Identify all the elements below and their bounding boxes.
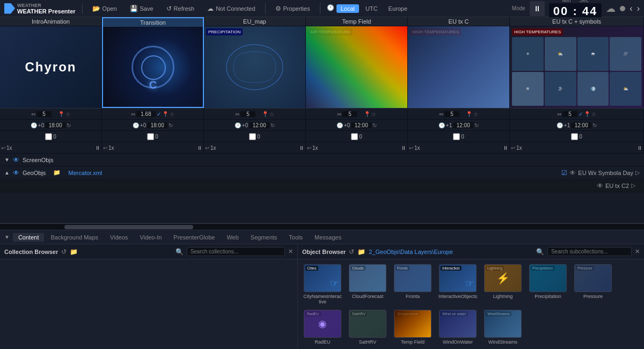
refresh-button[interactable]: ↺ Refresh — [163, 4, 198, 13]
intro-value[interactable] — [36, 111, 52, 117]
sync-icon-2[interactable]: ↻ — [169, 122, 173, 128]
star-icon-2[interactable]: ☆ — [170, 111, 174, 117]
object-item-radeu[interactable]: RadEU ◉ RadEU — [301, 308, 344, 346]
save-button[interactable]: 💾 Save — [127, 4, 157, 13]
pin-icon-1[interactable]: 📍 — [58, 111, 64, 117]
track-eye-wxsym[interactable]: 👁 — [569, 169, 576, 177]
sync-icon-1[interactable]: ↻ — [67, 122, 71, 128]
horizontal-scrollbar[interactable] — [0, 223, 644, 230]
track-eye-eutxc2[interactable]: 👁 — [597, 182, 603, 190]
tab-local[interactable]: Local — [336, 4, 359, 13]
object-item-cities[interactable]: Cities ☞ CityNamesInteractive — [301, 263, 344, 306]
pin-icon-2[interactable]: 📍 — [162, 111, 169, 117]
temp-check[interactable] — [351, 133, 358, 140]
track-geoobjs[interactable]: ▲ 👁 GeoObjs 📁 Mercator.xml ☑ 👁 EU Wx Sym… — [0, 166, 644, 179]
collection-folder-btn[interactable]: 📁 — [70, 248, 78, 256]
tab-video-in[interactable]: Video-In — [135, 233, 167, 242]
eumap-value[interactable] — [240, 111, 255, 117]
repeat-icon-6[interactable]: ↩ — [511, 145, 515, 151]
temp-value[interactable] — [342, 111, 357, 117]
tab-europe[interactable]: Europe — [384, 4, 412, 13]
tab-videos[interactable]: Videos — [105, 233, 133, 242]
collection-close-btn[interactable]: ✕ — [288, 248, 293, 255]
object-item-tempfield[interactable]: Temperature Temp Field — [391, 308, 434, 346]
tab-messages[interactable]: Messages — [309, 233, 347, 242]
scene-eutxc[interactable]: EU tx C HIGH TEMPERATURES — [408, 17, 510, 108]
sync-icon-5[interactable]: ↻ — [474, 122, 479, 128]
pin-icon-3[interactable]: 📍 — [262, 111, 268, 117]
pause-icon-1[interactable]: ⏸ — [95, 145, 100, 151]
tab-tools[interactable]: Tools — [283, 233, 308, 242]
object-close-btn[interactable]: ✕ — [635, 248, 640, 255]
not-connected-button[interactable]: ☁ Not Connected — [204, 4, 258, 13]
properties-button[interactable]: ⚙ Properties — [272, 4, 313, 13]
scroll-thumb[interactable] — [64, 225, 193, 229]
intro-time[interactable] — [45, 122, 65, 128]
pin-icon-5[interactable]: 📍 — [466, 111, 472, 117]
tab-utc[interactable]: UTC — [361, 4, 382, 13]
trans-value[interactable] — [136, 111, 156, 117]
track-check-wxsym[interactable]: ☑ — [561, 169, 567, 177]
tab-presenter-globe[interactable]: PresenterGlobe — [168, 233, 220, 242]
track-screenobjs[interactable]: ▼ 👁 ScreenObjs — [0, 154, 644, 166]
temp-time[interactable] — [351, 122, 371, 128]
tab-background-maps[interactable]: Background Maps — [45, 233, 104, 242]
tab-web[interactable]: Web — [221, 233, 244, 242]
object-item-windonwater[interactable]: Wind on water WindOnWater — [436, 308, 479, 346]
eye-icon-geoobjs[interactable]: 👁 — [13, 169, 19, 177]
tab-segments[interactable]: Segments — [245, 233, 283, 242]
star-icon-6[interactable]: ☆ — [591, 111, 596, 117]
object-search-input[interactable] — [547, 247, 632, 256]
eutxc-time[interactable] — [453, 122, 473, 128]
pause-icon-6[interactable]: ⏸ — [637, 145, 642, 151]
repeat-icon-5[interactable]: ↩ — [409, 145, 413, 151]
tab-content[interactable]: Content — [13, 233, 45, 242]
track-expand-eutxc2[interactable]: ▷ — [631, 182, 635, 189]
pause-icon-4[interactable]: ⏸ — [401, 145, 406, 151]
collection-refresh-btn[interactable]: ↺ — [61, 248, 67, 256]
next-arrow[interactable]: › — [637, 4, 640, 13]
scene-eutxsym[interactable]: EU tx C + symbols HIGH TEMPERATURES ☀ ⛅ … — [510, 17, 644, 108]
repeat-icon-1[interactable]: ↩ — [1, 145, 5, 151]
pause-icon-3[interactable]: ⏸ — [299, 145, 304, 151]
object-item-cloud[interactable]: Clouds CloudForecast — [346, 263, 389, 306]
star-icon-3[interactable]: ☆ — [269, 111, 274, 117]
eumap-time[interactable] — [249, 122, 269, 128]
collection-search-input[interactable] — [187, 247, 285, 256]
object-item-precipitation[interactable]: Precipitation Precipitation — [526, 263, 569, 306]
eye-icon-screenobjs[interactable]: 👁 — [13, 156, 19, 164]
scene-tempfield[interactable]: Temp Field AIR TEMPERATURE — [306, 17, 408, 108]
object-item-lightning[interactable]: Lightning ⚡ Lightning — [481, 263, 524, 306]
eutxc-value[interactable] — [444, 111, 459, 117]
play-pause-button[interactable]: ⏸ — [530, 1, 545, 16]
eutxc-check[interactable] — [453, 133, 460, 140]
prev-arrow[interactable]: ‹ — [630, 4, 632, 13]
star-icon-5[interactable]: ☆ — [473, 111, 478, 117]
star-icon-4[interactable]: ☆ — [371, 111, 376, 117]
track-expand-screenobjs[interactable]: ▼ — [4, 157, 10, 163]
object-item-fronts[interactable]: Fronts Fronta — [391, 263, 434, 306]
star-icon-1[interactable]: ☆ — [65, 111, 70, 117]
sym-time[interactable] — [571, 122, 591, 128]
scene-eumap[interactable]: EU_map PRECIPITATION — [204, 17, 306, 108]
pin-icon-6[interactable]: 📍 — [584, 111, 590, 117]
pin-icon-4[interactable]: 📍 — [364, 111, 370, 117]
scene-transition[interactable]: Transition C — [102, 17, 204, 108]
object-refresh-btn[interactable]: ↺ — [349, 248, 354, 256]
sym-value[interactable] — [562, 111, 577, 117]
repeat-icon-2[interactable]: ↩ — [103, 145, 107, 151]
pause-icon-2[interactable]: ⏸ — [197, 145, 202, 151]
trans-time[interactable] — [147, 122, 167, 128]
object-item-windstreams[interactable]: WindStreams WindStreams — [481, 308, 524, 346]
trans-check[interactable] — [147, 133, 154, 140]
repeat-icon-3[interactable]: ↩ — [205, 145, 209, 151]
object-item-interactive[interactable]: Interaction ☞ InteractiveObjects — [436, 263, 479, 306]
sync-icon-4[interactable]: ↻ — [372, 122, 377, 128]
tab-collapse-arrow[interactable]: ▼ — [4, 234, 10, 240]
sym-check[interactable] — [571, 133, 578, 140]
scene-intro[interactable]: IntroAnimation Chyron — [0, 17, 102, 108]
track-expand-geoobjs[interactable]: ▲ — [4, 170, 10, 176]
pause-icon-5[interactable]: ⏸ — [503, 145, 508, 151]
sync-icon-3[interactable]: ↻ — [270, 122, 275, 128]
object-item-pressure[interactable]: Pressure Pressure — [572, 263, 614, 306]
